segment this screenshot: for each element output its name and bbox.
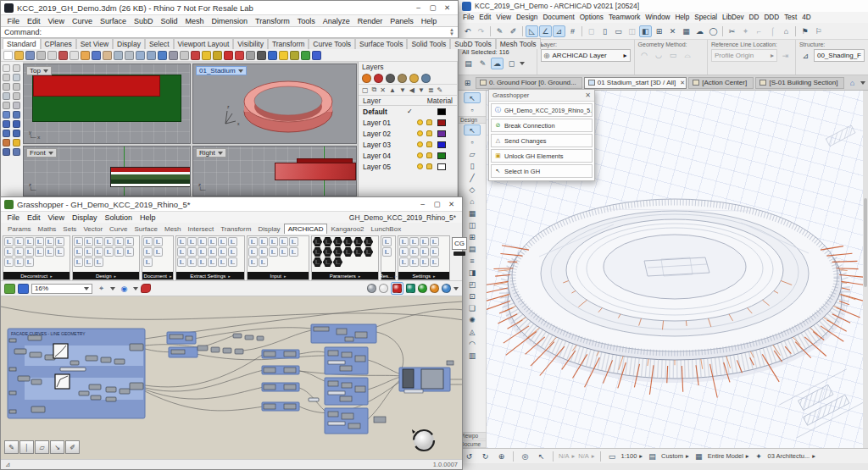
component-icon[interactable]: [333, 237, 342, 246]
component-icon[interactable]: [4, 237, 14, 246]
component-tab[interactable]: Sets: [59, 224, 80, 234]
layer-visibility-icon[interactable]: [417, 119, 423, 125]
zone-tool-icon[interactable]: ◫: [464, 219, 481, 230]
sketch-arrow-icon[interactable]: ↘: [50, 440, 64, 454]
viewport-right[interactable]: Right z└─: [192, 146, 357, 196]
component-icon[interactable]: [289, 237, 298, 246]
sphere-icon[interactable]: [13, 120, 20, 128]
component-icon[interactable]: [208, 257, 217, 267]
tracer-icon[interactable]: ◺: [526, 25, 538, 37]
menu-item[interactable]: Panels: [387, 17, 418, 25]
morph-tool-icon[interactable]: ◬: [464, 326, 481, 337]
slab-tool-icon[interactable]: ◇: [464, 184, 481, 195]
wall-tool-icon[interactable]: ▱: [464, 148, 481, 159]
component-icon[interactable]: [104, 237, 114, 246]
save-icon[interactable]: [25, 51, 35, 60]
component-icon[interactable]: [269, 247, 278, 257]
arrow-tool-icon[interactable]: ↖: [464, 92, 481, 103]
move-icon[interactable]: [114, 51, 123, 60]
component-icon[interactable]: [399, 247, 409, 257]
layers-icon[interactable]: [224, 51, 233, 60]
orbit-icon[interactable]: ◎: [519, 451, 531, 462]
component-icon[interactable]: [289, 247, 298, 257]
component-icon[interactable]: [228, 247, 237, 257]
component-icon[interactable]: [45, 247, 54, 257]
lock-icon[interactable]: ◫: [626, 25, 638, 37]
layer-lock-icon[interactable]: [426, 141, 432, 147]
toolbar-icon[interactable]: [581, 26, 582, 36]
viewport-top[interactable]: Top y└─ x: [23, 64, 191, 144]
component-icon[interactable]: [248, 247, 258, 257]
extrude-icon[interactable]: [3, 148, 10, 156]
scale-selector[interactable]: ▭1:100 ▸: [606, 451, 643, 462]
delete-layer-icon[interactable]: ✕: [380, 86, 386, 94]
menu-item[interactable]: View: [44, 213, 68, 222]
component-tab[interactable]: Mesh: [161, 224, 185, 234]
component-tab[interactable]: ARCHICAD: [284, 224, 328, 234]
menu-item[interactable]: DD: [747, 14, 762, 21]
viewport-front[interactable]: Front z└─: [23, 146, 191, 196]
component-icon[interactable]: [25, 257, 34, 267]
move-down-icon[interactable]: ▼: [399, 86, 406, 94]
zoom-extents-icon[interactable]: [136, 51, 145, 60]
geometry-option-icon[interactable]: ⌓: [682, 49, 694, 61]
cg-badge[interactable]: CG: [452, 237, 467, 250]
minimize-button[interactable]: –: [415, 200, 430, 208]
component-icon[interactable]: [177, 237, 186, 246]
layer-visibility-icon[interactable]: [417, 141, 423, 147]
cloud-icon[interactable]: ☁: [693, 25, 706, 37]
component-icon[interactable]: [420, 257, 429, 267]
layer-visibility-icon[interactable]: [417, 152, 423, 158]
menu-item[interactable]: Document: [540, 14, 576, 21]
component-icon[interactable]: [187, 237, 197, 246]
menu-item[interactable]: Solution: [101, 213, 136, 222]
component-icon[interactable]: [25, 237, 34, 246]
component-icons[interactable]: [398, 236, 449, 272]
grasshopper-canvas[interactable]: FACADE CURVES - LINE GEOMETRY: [1, 296, 462, 459]
Layer 04[interactable]: Layer 04: [359, 150, 457, 161]
redo-icon[interactable]: ↷: [475, 25, 487, 37]
component-icon[interactable]: [14, 237, 24, 246]
lamp-tool-icon[interactable]: ✺: [464, 314, 481, 325]
lock-icon[interactable]: [213, 51, 222, 60]
split-icon[interactable]: ⌐: [753, 25, 765, 37]
menu-item[interactable]: File: [460, 14, 476, 21]
new-layer-icon[interactable]: ▢: [362, 86, 369, 94]
flip-icon[interactable]: ⇥: [779, 50, 792, 62]
menu-item[interactable]: 4D: [799, 14, 813, 21]
frame-icon[interactable]: ▭: [612, 25, 625, 37]
selection-mode-icon[interactable]: ☁: [491, 58, 504, 69]
toolbar-tab[interactable]: Viewport Layout: [174, 38, 234, 49]
menu-item[interactable]: Options: [577, 14, 606, 21]
toolbar-tab[interactable]: Visibility: [233, 38, 268, 49]
component-icon[interactable]: [125, 237, 134, 246]
save-document-icon[interactable]: [18, 284, 29, 294]
box-icon[interactable]: [3, 120, 10, 128]
pick-up-parameters-icon[interactable]: ✎: [493, 25, 506, 37]
sweep-icon[interactable]: [13, 111, 20, 119]
sphere-blue-icon[interactable]: [268, 51, 277, 60]
toolbar-tab[interactable]: Mesh Tools: [496, 38, 541, 49]
flash-icon[interactable]: [279, 51, 288, 60]
viewport-top-label[interactable]: Top: [26, 66, 52, 75]
viewport-grid-icon[interactable]: [180, 51, 189, 60]
circle-icon[interactable]: [3, 83, 10, 91]
column-tool-icon[interactable]: ▯: [464, 160, 481, 171]
component-icon[interactable]: [84, 237, 93, 246]
close-button[interactable]: ✕: [444, 200, 459, 208]
open-file-icon[interactable]: [14, 51, 24, 60]
view-tab[interactable]: [S-01 Building Section]: [755, 77, 844, 89]
component-tab[interactable]: Transform: [217, 224, 254, 234]
unlock-gh-elements-button[interactable]: ▣ Unlock GH Elements: [491, 149, 593, 163]
menu-item[interactable]: Curve: [68, 17, 96, 25]
panel-tab-icon[interactable]: [421, 74, 431, 83]
component-icon[interactable]: [279, 247, 288, 257]
marker-icon[interactable]: ⚐: [812, 25, 825, 37]
layer-color-swatch[interactable]: [437, 163, 446, 170]
pen-icon[interactable]: ✎: [476, 58, 489, 69]
component-icon[interactable]: [430, 247, 439, 257]
shell-tool-icon[interactable]: ◠: [464, 338, 481, 349]
component-icon[interactable]: [313, 237, 322, 246]
component-icon[interactable]: [248, 257, 258, 267]
component-icon[interactable]: [84, 257, 93, 267]
